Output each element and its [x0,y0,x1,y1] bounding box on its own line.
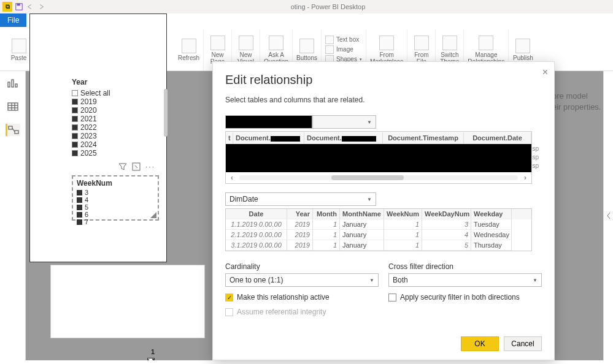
data-view-icon[interactable] [6,100,20,113]
window-title: oting - Power BI Desktop [45,3,611,10]
col-date2: Date [226,209,287,219]
svg-rect-3 [12,80,13,87]
cardinality-one-top: 1 [151,348,155,355]
table1-selector-row: ▼ [225,115,542,129]
table1-preview: t Document. Document. Document.Timestamp… [225,131,532,184]
app-icon: ⧉ [2,2,12,12]
scroll-left-icon[interactable]: ‹ [231,173,233,182]
col-monthname: MonthName [340,209,384,219]
col-month: Month [313,209,340,219]
year-item[interactable]: 2023 [72,132,159,140]
table-row[interactable]: 2.1.2019 0.00.00 2019 1 January 1 4 Wedn… [226,230,531,240]
model-view-icon[interactable] [6,124,20,136]
col-date: Document.Date [464,132,531,143]
year-select-all[interactable]: Select all [72,89,159,97]
model-hint-text: ore model eir properties. [552,91,607,113]
focus-mode-icon[interactable] [132,162,141,173]
year-item[interactable]: 2025 [72,149,159,157]
table-card-peek [50,265,205,338]
svg-rect-11 [15,131,18,134]
year-item[interactable]: 2020 [72,106,159,115]
view-switcher [0,71,26,360]
svg-line-12 [12,128,15,132]
table1-body-redacted: sp sp sp [226,144,531,172]
slicer-toolbar: ··· [72,162,155,173]
col-header: Document. [304,132,383,143]
crossfilter-dropdown[interactable]: Both▼ [388,273,542,287]
col-header: Document. [233,132,304,143]
table-row[interactable]: 3.1.2019 0.00.00 2019 1 January 1 5 Thur… [226,240,531,251]
filter-icon[interactable] [118,162,127,173]
weeknum-header: WeekNum [77,179,154,188]
collapsed-fields-pane[interactable] [603,71,613,360]
filter-floating-panel: Year Select all 2019 2020 2021 2022 2023… [29,13,167,262]
more-options-icon[interactable]: ··· [145,162,155,173]
chk-active[interactable]: ✓Make this relationship active [225,293,379,301]
resize-handle-icon[interactable] [150,212,156,218]
weeknum-item[interactable]: 4 [77,196,154,203]
table2-dropdown[interactable]: DimDate▼ [225,192,376,206]
redo-icon[interactable] [37,2,45,11]
svg-rect-5 [8,103,18,110]
close-icon[interactable]: × [542,67,548,78]
dialog-title: Edit relationship [225,73,542,87]
svg-rect-1 [17,4,20,6]
table1-dropdown[interactable] [225,115,312,129]
refresh-button[interactable]: Refresh [174,29,204,70]
ok-button[interactable]: OK [461,336,499,351]
weeknum-item[interactable]: 6 [77,211,154,218]
weeknum-slicer[interactable]: WeekNum 3 4 5 6 7 [72,175,159,221]
year-slicer-header: Year [72,78,159,86]
svg-rect-2 [8,82,10,87]
chk-security[interactable]: Apply security filter in both directions [388,293,542,301]
undo-icon[interactable] [26,2,34,11]
weeknum-item[interactable]: 3 [77,189,154,196]
report-view-icon[interactable] [6,77,20,89]
year-item[interactable]: 2022 [72,123,159,132]
year-item[interactable]: 2019 [72,97,159,106]
edit-relationship-dialog: × Edit relationship Select tables and co… [212,61,555,360]
table1-dropdown-caret[interactable]: ▼ [312,115,376,129]
year-slicer-list[interactable]: Select all 2019 2020 2021 2022 2023 2024… [72,89,159,157]
cancel-button[interactable]: Cancel [504,336,542,351]
col-stub: t [226,132,233,143]
col-year: Year [287,209,313,219]
quick-access-toolbar [15,2,45,11]
save-icon[interactable] [15,2,23,11]
table2-preview: Date Year Month MonthName WeekNum WeekDa… [225,208,532,251]
chk-referential: Assume referential integrity [225,308,379,316]
filter-direction-icon: ▲▼ [147,358,155,360]
table-row[interactable]: 1.1.2019 0.00.00 2019 1 January 1 3 Tues… [226,219,531,230]
file-tab[interactable]: File [0,13,26,27]
svg-rect-4 [15,84,17,87]
svg-rect-10 [9,126,12,129]
weeknum-item[interactable]: 5 [77,203,154,211]
col-weeknum: WeekNum [384,209,422,219]
dialog-subtitle: Select tables and columns that are relat… [225,96,542,104]
year-item[interactable]: 2024 [72,140,159,149]
weeknum-item[interactable]: 7 [77,218,154,226]
col-weekdaynum: WeekDayNum [422,209,471,219]
scroll-thumb[interactable] [331,175,404,180]
col-weekday: Weekday [471,209,512,219]
scroll-right-icon[interactable]: › [524,173,526,182]
year-item[interactable]: 2021 [72,115,159,123]
cardinality-dropdown[interactable]: One to one (1:1)▼ [225,273,379,287]
year-scroll-thumb[interactable] [164,89,168,137]
col-timestamp: Document.Timestamp [383,132,464,143]
textbox-button[interactable]: Text box [325,36,359,44]
table1-hscroll[interactable]: ‹ › [226,172,531,183]
crossfilter-label: Cross filter direction [388,262,542,271]
cardinality-label: Cardinality [225,262,379,271]
title-bar: ⧉ oting - Power BI Desktop [0,0,613,13]
image-button[interactable]: Image [325,45,353,54]
